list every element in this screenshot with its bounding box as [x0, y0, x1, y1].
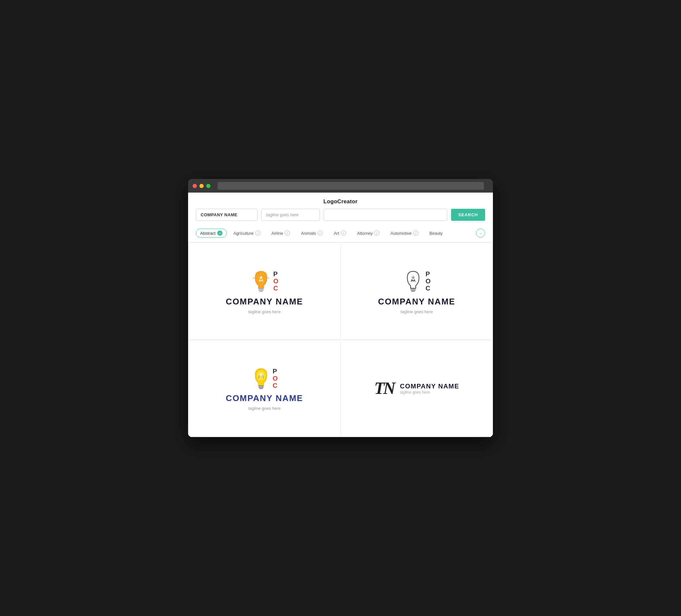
logo-card-3-inner: P O C COMPANY NAME tagline goes here: [226, 366, 303, 411]
category-beauty[interactable]: Beauty: [425, 229, 447, 238]
logo-4-text-block: COMPANY NAME tagline goes here: [400, 383, 459, 394]
maximize-button[interactable]: [206, 184, 210, 188]
category-bar: Abstract ✓ Agriculture ✓ Airline ✓ Anima…: [188, 226, 493, 242]
svg-rect-2: [258, 289, 263, 290]
category-agriculture-label: Agriculture: [233, 231, 254, 236]
poc-stack-3: P O C: [273, 368, 278, 389]
logo-4-main-row: TN COMPANY NAME tagline goes here: [374, 380, 459, 397]
svg-rect-1: [258, 288, 263, 289]
poc-stack-1: P O C: [273, 271, 279, 292]
logo-1-tagline: tagline goes here: [248, 309, 281, 314]
app-title: LogoCreator: [188, 192, 493, 209]
category-attorney[interactable]: Attorney ✓: [353, 229, 384, 238]
browser-window: LogoCreator SEARCH Abstract ✓ Agricultur…: [188, 179, 493, 437]
browser-titlebar: [188, 179, 493, 192]
category-art-label: Art: [334, 231, 339, 236]
tn-monogram: TN: [374, 380, 394, 397]
category-automotive-label: Automotive: [390, 231, 411, 236]
logo-2-company: COMPANY NAME: [378, 297, 455, 307]
logo-card-4-inner: TN COMPANY NAME tagline goes here: [374, 380, 459, 397]
logo-card-2-inner: P O C COMPANY NAME tagline goes here: [378, 268, 455, 314]
category-automotive[interactable]: Automotive ✓: [386, 229, 423, 238]
colored-bulb-icon: [251, 268, 272, 294]
search-button[interactable]: SEARCH: [451, 209, 485, 221]
app-title-text: LogoCreator: [323, 199, 357, 205]
category-agriculture[interactable]: Agriculture ✓: [229, 229, 264, 238]
logo-4-company: COMPANY NAME: [400, 383, 459, 390]
logo-4-tagline: tagline goes here: [400, 390, 459, 394]
logo-grid: P O C COMPANY NAME tagline goes here: [188, 242, 493, 437]
category-art[interactable]: Art ✓: [329, 229, 350, 238]
app-content: LogoCreator SEARCH Abstract ✓ Agricultur…: [188, 192, 493, 437]
svg-rect-14: [258, 387, 263, 388]
svg-rect-3: [259, 291, 263, 292]
minimize-button[interactable]: [199, 184, 204, 188]
category-airline-check: ✓: [285, 231, 290, 236]
category-art-check: ✓: [341, 231, 346, 236]
tagline-input[interactable]: [261, 209, 320, 221]
search-bar: SEARCH: [188, 209, 493, 226]
category-animals-label: Animals: [301, 231, 316, 236]
address-bar[interactable]: [218, 182, 484, 190]
logo-card-1-inner: P O C COMPANY NAME tagline goes here: [226, 268, 303, 314]
category-abstract[interactable]: Abstract ✓: [196, 229, 227, 238]
logo-card-3[interactable]: P O C COMPANY NAME tagline goes here: [188, 340, 340, 437]
poc-stack-2: P O C: [426, 271, 431, 292]
company-name-input[interactable]: [196, 209, 257, 221]
outline-bulb-icon: [403, 268, 424, 294]
logo-card-2[interactable]: P O C COMPANY NAME tagline goes here: [340, 242, 493, 340]
close-button[interactable]: [193, 184, 197, 188]
category-agriculture-check: ✓: [255, 231, 260, 236]
svg-rect-10: [410, 289, 416, 290]
category-animals-check: ✓: [318, 231, 323, 236]
svg-rect-9: [410, 288, 416, 289]
category-automotive-check: ✓: [413, 231, 418, 236]
svg-point-17: [259, 373, 263, 377]
logo-2-tagline: tagline goes here: [401, 309, 433, 314]
logo-3-tagline: tagline goes here: [248, 406, 281, 411]
svg-rect-13: [258, 385, 263, 386]
svg-rect-11: [411, 291, 415, 292]
category-beauty-label: Beauty: [429, 231, 442, 236]
categories-next-button[interactable]: →: [476, 229, 485, 238]
category-abstract-check: ✓: [217, 231, 223, 236]
logo-card-4[interactable]: TN COMPANY NAME tagline goes here: [340, 340, 493, 437]
logo-2-main-row: P O C: [403, 268, 431, 294]
category-airline-label: Airline: [272, 231, 283, 236]
category-abstract-label: Abstract: [200, 231, 216, 236]
yellow-bulb-icon: [251, 366, 271, 391]
extra-search-input[interactable]: [324, 209, 447, 221]
logo-1-company: COMPANY NAME: [226, 297, 303, 307]
svg-rect-15: [259, 388, 263, 389]
category-attorney-check: ✓: [374, 231, 379, 236]
logo-card-1[interactable]: P O C COMPANY NAME tagline goes here: [188, 242, 340, 340]
category-airline[interactable]: Airline ✓: [267, 229, 294, 238]
svg-marker-12: [411, 275, 415, 280]
logo-1-main-row: P O C: [251, 268, 279, 294]
category-attorney-label: Attorney: [357, 231, 373, 236]
category-animals[interactable]: Animals ✓: [297, 229, 327, 238]
logo-3-main-row: P O C: [251, 366, 278, 391]
logo-3-company: COMPANY NAME: [226, 393, 303, 403]
